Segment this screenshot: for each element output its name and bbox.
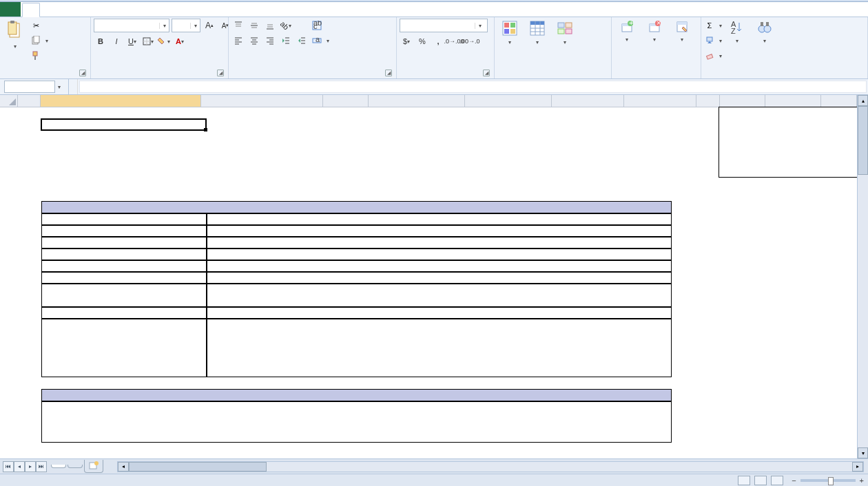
cell-value[interactable]	[207, 307, 672, 319]
cell-value[interactable]	[207, 249, 672, 260]
align-left-button[interactable]	[231, 34, 245, 47]
number-format-combo[interactable]: ▾	[400, 19, 488, 32]
page-layout-view-button[interactable]	[754, 476, 767, 485]
format-cells-button[interactable]: ▾	[670, 19, 694, 44]
cell-value[interactable]	[767, 131, 769, 132]
format-as-table-button[interactable]: ▾	[525, 19, 550, 47]
cell-label[interactable]	[41, 260, 207, 272]
col-header[interactable]	[765, 95, 821, 107]
col-header[interactable]	[552, 95, 624, 107]
conditional-formatting-button[interactable]: ▾	[497, 19, 522, 47]
dialog-launcher-icon[interactable]: ◢	[385, 70, 392, 76]
merge-center-button[interactable]: a▾	[311, 34, 329, 47]
section-header[interactable]	[41, 201, 672, 213]
decrease-decimal-button[interactable]: .00→.0	[463, 34, 477, 48]
dialog-launcher-icon[interactable]: ◢	[217, 70, 224, 76]
page-break-view-button[interactable]	[771, 476, 783, 485]
select-all-corner[interactable]	[0, 95, 18, 107]
cell-header[interactable]	[720, 107, 723, 109]
cell-value[interactable]	[207, 284, 672, 307]
next-sheet-button[interactable]: ▸	[25, 461, 36, 472]
zoom-in-button[interactable]: +	[860, 476, 864, 485]
orientation-button[interactable]: ab▾	[279, 19, 293, 32]
last-sheet-button[interactable]: ⏭	[36, 461, 47, 472]
tab-file[interactable]	[0, 2, 21, 17]
scroll-thumb[interactable]	[129, 462, 267, 472]
fill-button[interactable]: ▾	[704, 34, 722, 47]
cell-label[interactable]	[41, 307, 207, 319]
tab-review[interactable]	[112, 2, 130, 17]
new-sheet-button[interactable]	[84, 460, 103, 473]
cell-header[interactable]	[767, 107, 769, 109]
cell-styles-button[interactable]: ▾	[552, 19, 577, 47]
cell-value[interactable]	[839, 119, 842, 120]
cell-value[interactable]	[839, 142, 842, 144]
cell-label[interactable]	[41, 249, 207, 260]
dialog-launcher-icon[interactable]: ◢	[79, 70, 86, 76]
cell-b2[interactable]	[41, 119, 44, 120]
tab-view[interactable]	[130, 2, 147, 17]
align-center-button[interactable]	[247, 34, 261, 47]
font-size-combo[interactable]: ▾	[172, 19, 200, 32]
cells-area[interactable]	[18, 107, 857, 458]
cell-value[interactable]	[207, 260, 672, 272]
col-header[interactable]	[41, 95, 201, 107]
cell-value[interactable]	[839, 131, 842, 132]
horizontal-scrollbar[interactable]: ◂ ▸	[117, 461, 864, 472]
cell-value[interactable]	[767, 119, 769, 120]
wrap-text-button[interactable]: abc	[311, 19, 329, 32]
font-color-button[interactable]: A▾	[173, 34, 187, 48]
comma-format-button[interactable]: ,	[431, 34, 445, 48]
cell-value[interactable]	[839, 154, 842, 156]
chevron-down-icon[interactable]: ▾	[55, 84, 63, 90]
col-header[interactable]	[821, 95, 857, 107]
align-bottom-button[interactable]	[263, 19, 277, 32]
dialog-launcher-icon[interactable]: ◢	[483, 70, 490, 76]
increase-font-button[interactable]: A▴	[203, 19, 216, 32]
tab-formulas[interactable]	[76, 2, 94, 17]
font-name-combo[interactable]: ▾	[94, 19, 169, 32]
scroll-right-icon[interactable]: ▸	[852, 462, 863, 472]
fill-color-button[interactable]: ▾	[157, 34, 171, 48]
zoom-out-button[interactable]: −	[792, 476, 796, 485]
sort-filter-button[interactable]: AZ▾	[725, 19, 750, 45]
cell-value[interactable]	[767, 142, 769, 144]
cell-value[interactable]	[839, 166, 842, 167]
chevron-down-icon[interactable]: ▾	[159, 23, 169, 29]
vertical-scrollbar[interactable]: ▴ ▾	[857, 95, 868, 458]
zoom-slider[interactable]	[800, 479, 856, 482]
cell-label[interactable]	[41, 237, 207, 249]
scroll-up-icon[interactable]: ▴	[858, 95, 868, 106]
col-header[interactable]	[18, 95, 41, 107]
cell-label[interactable]	[41, 284, 207, 307]
cell-label[interactable]	[41, 272, 207, 284]
cell-label[interactable]	[41, 225, 207, 237]
first-sheet-button[interactable]: ⏮	[3, 461, 14, 472]
name-box[interactable]: ▾	[0, 79, 69, 94]
underline-button[interactable]: U▾	[125, 34, 139, 48]
align-top-button[interactable]	[231, 19, 245, 32]
cell-label[interactable]	[41, 213, 207, 225]
cell-b1[interactable]	[41, 107, 44, 109]
cell-value[interactable]	[207, 272, 672, 284]
cell-value[interactable]	[207, 237, 672, 249]
sheet-tab-active[interactable]	[51, 465, 66, 468]
bold-button[interactable]: B	[94, 34, 107, 48]
cut-button[interactable]: ✂	[30, 19, 48, 32]
cell-value[interactable]	[207, 213, 672, 225]
cell-b3[interactable]	[41, 131, 44, 132]
tab-insert[interactable]	[40, 2, 58, 17]
normal-view-button[interactable]	[738, 476, 750, 485]
increase-indent-button[interactable]	[295, 34, 309, 47]
col-header[interactable]	[201, 95, 323, 107]
formula-input[interactable]	[79, 81, 867, 93]
col-header[interactable]	[624, 95, 696, 107]
tab-home[interactable]	[22, 3, 40, 17]
cell-value[interactable]	[41, 401, 672, 443]
scroll-down-icon[interactable]: ▾	[858, 447, 868, 458]
cell-value[interactable]	[207, 225, 672, 237]
find-select-button[interactable]: ▾	[752, 19, 777, 45]
cell-header[interactable]	[831, 107, 834, 109]
col-header[interactable]	[465, 95, 552, 107]
col-header[interactable]	[323, 95, 369, 107]
